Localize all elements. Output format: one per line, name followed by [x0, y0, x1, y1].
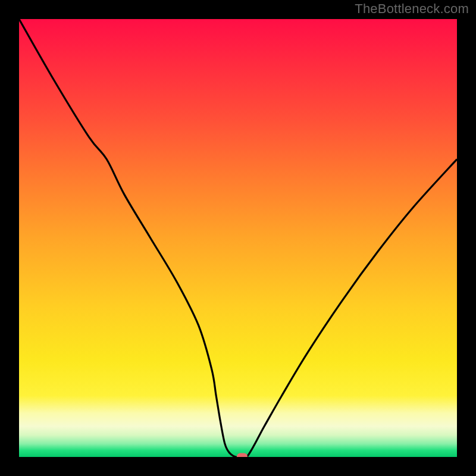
optimal-point-marker [237, 453, 248, 458]
chart-stage: TheBottleneck.com [0, 0, 476, 476]
bottleneck-curve [19, 19, 457, 457]
watermark-text: TheBottleneck.com [355, 1, 469, 17]
plot-area [19, 19, 457, 457]
